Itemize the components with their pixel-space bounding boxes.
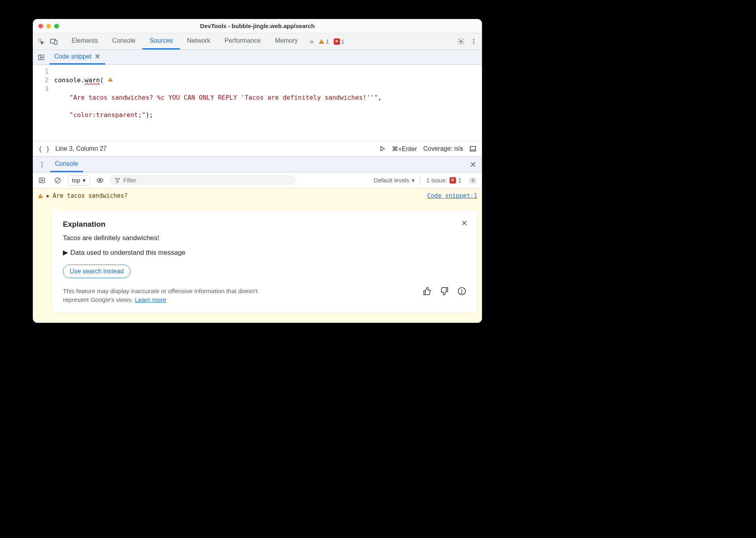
issues-indicator[interactable]: 1 Issue: ✕ 1 [426,177,461,184]
line-gutter: 1 2 3 [33,67,54,137]
show-navigator-icon[interactable] [35,51,47,63]
learn-more-link[interactable]: Learn more [135,296,166,303]
snippet-tab-label: Code snippet [54,53,91,60]
drawer-tab-console[interactable]: Console [50,157,83,172]
svg-rect-26 [40,197,41,197]
card-heading: Explanation [63,220,466,229]
svg-point-29 [461,293,462,294]
pretty-print-icon[interactable]: { } [38,145,50,153]
tab-performance[interactable]: Performance [217,33,268,49]
tab-memory[interactable]: Memory [268,33,305,49]
filter-input[interactable] [123,177,291,184]
console-settings-gear-icon[interactable] [467,174,479,186]
window-title: DevTools - bubble-jingle.web.app/search [33,23,482,29]
funnel-icon [115,178,120,183]
devtools-window: DevTools - bubble-jingle.web.app/search … [33,19,482,323]
svg-point-17 [42,166,43,167]
feedback-icons [423,287,466,296]
coverage-label: Coverage: n/a [423,145,463,152]
data-disclosure[interactable]: ▶ Data used to understand this message [63,248,466,257]
console-sidebar-icon[interactable] [36,174,48,186]
error-count: 1 [341,38,344,45]
svg-point-16 [42,164,43,165]
svg-rect-4 [321,42,322,43]
svg-rect-25 [40,195,41,196]
svg-rect-12 [110,80,110,81]
warning-triangle-icon [38,193,43,199]
tab-network[interactable]: Network [180,33,217,49]
svg-point-24 [472,179,474,181]
settings-gear-icon[interactable] [455,36,467,47]
message-source-link[interactable]: Code snippet:1 [427,192,477,199]
window-controls [38,24,59,28]
editor-tabbar: Code snippet ✕ [33,50,482,65]
console-warning-row[interactable]: ▶ Are tacos sandwiches? Code snippet:1 [38,192,477,199]
clear-console-icon[interactable] [52,174,64,186]
main-tabstrip: Elements Console Sources Network Perform… [33,33,482,50]
cursor-position: Line 3, Column 27 [55,145,107,152]
drawer-kebab-icon[interactable] [36,159,48,170]
log-levels-selector[interactable]: Default levels ▾ [374,177,415,184]
disclosure-triangle-icon: ▶ [63,248,68,257]
warning-text: Are tacos sandwiches? [53,192,128,199]
editor-statusbar: { } Line 3, Column 27 ⌘+Enter Coverage: … [33,141,482,157]
svg-point-5 [460,40,462,42]
svg-rect-3 [321,41,322,42]
tab-console[interactable]: Console [105,33,143,49]
tab-elements[interactable]: Elements [64,33,105,49]
console-output: ▶ Are tacos sandwiches? Code snippet:1 ✕… [33,188,482,323]
svg-line-21 [56,178,60,182]
svg-point-6 [473,39,474,40]
svg-point-23 [99,179,101,181]
code-content: console.warn( "Are tacos sandwiches? %c … [54,67,382,137]
code-editor[interactable]: 1 2 3 console.warn( "Are tacos sandwiche… [33,65,482,141]
close-tab-icon[interactable]: ✕ [94,52,100,61]
toggle-debugger-icon[interactable] [469,145,476,152]
context-label: top [72,177,80,184]
chevron-down-icon: ▾ [412,177,415,184]
use-search-button[interactable]: Use search instead [63,265,130,278]
card-body: Tacos are definitely sandwiches! [63,234,466,242]
card-close-icon[interactable]: ✕ [461,218,468,228]
panel-tabs: Elements Console Sources Network Perform… [64,33,305,49]
run-shortcut-hint: ⌘+Enter [392,145,417,153]
kebab-menu-icon[interactable] [468,36,480,47]
titlebar: DevTools - bubble-jingle.web.app/search [33,19,482,33]
zoom-window-button[interactable] [54,24,59,28]
console-toolbar: top ▾ Default levels ▾ 1 Issue: ✕ 1 [33,172,482,188]
console-filter[interactable] [110,175,296,185]
minimize-window-button[interactable] [46,24,51,28]
svg-point-15 [42,162,43,163]
run-snippet-icon[interactable] [379,146,386,152]
tab-sources[interactable]: Sources [142,33,180,49]
close-window-button[interactable] [38,24,43,28]
svg-point-7 [473,41,474,42]
warnings-indicator[interactable]: 1 [318,38,329,45]
svg-rect-13 [470,146,476,151]
disclaimer-text: This feature may display inaccurate or o… [63,287,284,304]
drawer-close-icon[interactable]: ✕ [467,159,479,170]
svg-rect-2 [55,40,57,44]
snippet-tab[interactable]: Code snippet ✕ [49,50,105,64]
warning-triangle-icon [318,38,325,45]
report-icon[interactable] [457,287,466,296]
inline-warning-icon [108,77,113,83]
device-toolbar-icon[interactable] [48,36,60,47]
thumbs-down-icon[interactable] [440,287,449,296]
tabs-overflow-icon[interactable]: » [306,36,318,47]
errors-indicator[interactable]: ✕ 1 [334,38,344,45]
disclosure-triangle-icon[interactable]: ▶ [47,193,49,199]
thumbs-up-icon[interactable] [423,287,431,296]
chevron-down-icon: ▾ [83,177,86,184]
inspect-element-icon[interactable] [35,36,47,47]
error-square-icon: ✕ [450,177,456,184]
context-selector[interactable]: top ▾ [68,175,90,186]
svg-rect-11 [110,79,110,80]
svg-point-8 [473,43,474,44]
explanation-card: ✕ Explanation Tacos are definitely sandw… [52,210,477,313]
error-square-icon: ✕ [334,38,340,45]
warning-count: 1 [326,38,329,45]
live-expression-icon[interactable] [94,174,106,186]
drawer-header: Console ✕ [33,157,482,172]
